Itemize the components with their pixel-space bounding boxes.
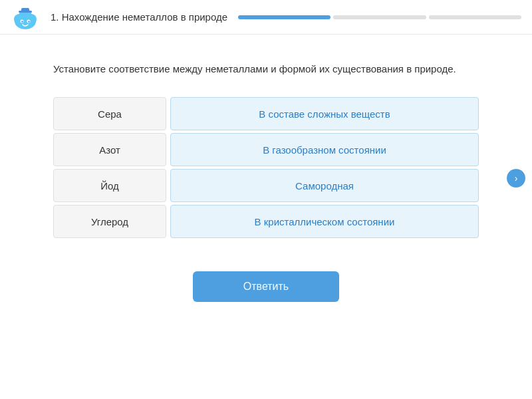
table-row: ЙодСамородная <box>53 169 479 202</box>
left-cell-3: Углерод <box>53 205 166 238</box>
chevron-right-icon: › <box>515 173 518 184</box>
progress-bar-2 <box>333 15 426 19</box>
answer-section: Ответить <box>53 271 479 302</box>
progress-bars <box>238 15 521 19</box>
right-cell-2[interactable]: Самородная <box>170 169 479 202</box>
nav-arrow-right[interactable]: › <box>507 169 525 188</box>
left-cell-1: Азот <box>53 133 166 166</box>
svg-point-9 <box>28 21 29 22</box>
right-cell-0[interactable]: В составе сложных веществ <box>170 97 479 130</box>
left-cell-2: Йод <box>53 169 166 202</box>
progress-area: 1. Нахождение неметаллов в природе <box>51 11 521 23</box>
right-cell-1[interactable]: В газообразном состоянии <box>170 133 479 166</box>
svg-rect-5 <box>19 11 32 13</box>
progress-bar-3 <box>429 15 521 19</box>
left-cell-0: Сера <box>53 97 166 130</box>
header: 1. Нахождение неметаллов в природе <box>0 0 532 35</box>
table-row: СераВ составе сложных веществ <box>53 97 479 130</box>
question-title: 1. Нахождение неметаллов в природе <box>51 11 227 23</box>
svg-point-8 <box>21 21 23 22</box>
main-content: Установите соответствие между неметаллам… <box>0 35 532 322</box>
question-text: Установите соответствие между неметаллам… <box>53 61 479 77</box>
right-cell-3[interactable]: В кристаллическом состоянии <box>170 205 479 238</box>
matching-container: СераВ составе сложных веществАзотВ газоо… <box>53 97 479 238</box>
table-row: АзотВ газообразном состоянии <box>53 133 479 166</box>
progress-bar-1 <box>238 15 331 19</box>
answer-button[interactable]: Ответить <box>193 271 339 302</box>
logo <box>11 3 40 32</box>
table-row: УглеродВ кристаллическом состоянии <box>53 205 479 238</box>
